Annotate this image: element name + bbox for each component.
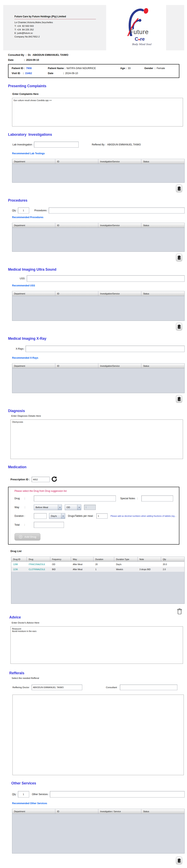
consultant-label: Consultant [106, 686, 117, 688]
lab-delete-button[interactable] [176, 185, 182, 192]
procedures-col-department[interactable]: Department [12, 223, 55, 227]
drug-col-drug[interactable]: Drug [27, 557, 50, 561]
referred-by-value: ABIODUN EMMANUEL TAIWO [107, 143, 141, 146]
section-title-xray: Medical Imaging X-Ray [8, 337, 187, 341]
prescription-id-input[interactable] [32, 477, 50, 482]
drug-col-way[interactable]: Way [71, 557, 94, 561]
visit-id-value: 15462 [25, 72, 32, 75]
complaints-textarea[interactable]: Ear culture result shows Candida spp ++ [12, 98, 183, 126]
procedures-delete-button[interactable] [176, 254, 182, 261]
add-drug-label: Add Drug [24, 535, 36, 538]
lab-col-id[interactable]: ID [55, 159, 98, 164]
patient-name-value: NATIFA GINA NOURRICE [67, 67, 96, 70]
diagnosis-textarea[interactable]: Otomycosis [10, 420, 183, 459]
other-services-delete-button[interactable] [176, 857, 182, 864]
visit-date-value: 2024-09-10 [65, 72, 78, 75]
uss-col-service[interactable]: Investigation/Service [98, 291, 141, 296]
procedures-input[interactable] [49, 208, 185, 214]
uss-input[interactable] [27, 275, 185, 282]
other-col-id[interactable]: ID [55, 809, 98, 814]
procedures-col-id[interactable]: ID [55, 223, 98, 227]
xray-col-id[interactable]: ID [55, 364, 98, 368]
lab-col-status[interactable]: Status [141, 159, 184, 164]
procedures-col-status[interactable]: Status [141, 223, 184, 227]
drug-table-row[interactable]: 1236 CLOTRIMAZOLE BID After Meal 1 Week/… [11, 567, 184, 572]
drug-table-empty-area [11, 572, 184, 603]
meal-timing-value: Before Meal [34, 506, 58, 508]
drug-col-note[interactable]: Note [138, 557, 161, 561]
section-title-refferals: Refferals [9, 671, 187, 675]
procedures-qty-input[interactable] [18, 208, 29, 214]
other-services-input[interactable] [50, 791, 185, 798]
xray-delete-button[interactable] [176, 395, 182, 403]
drug-name-cell: ITRACONAZOLE [27, 563, 50, 565]
section-title-ultrasound: Medical Imaging Ultra Sound [8, 268, 187, 272]
section-title-diagnosis: Diagnosis [8, 409, 187, 413]
uss-delete-button[interactable] [176, 323, 182, 331]
duration-input[interactable] [34, 513, 47, 519]
drug-col-id[interactable]: Drug ID [11, 557, 27, 561]
chevron-down-icon: ▼ [77, 505, 81, 510]
recommended-lab-testings-label: Recommended Lab Testings [12, 152, 187, 155]
xray-col-department[interactable]: Department [12, 364, 55, 368]
other-col-department[interactable]: Department [12, 809, 55, 814]
company-header: Future Care by Future Holdings (Pty) Lim… [3, 5, 184, 50]
refresh-prescription-button[interactable] [51, 476, 57, 483]
lab-investigation-label: Lab Investingation : [12, 143, 34, 146]
advice-textarea[interactable]: Reasuure Avoid moisture in the ears [10, 626, 183, 664]
xray-col-service[interactable]: Investigation/Service [98, 364, 141, 368]
company-address: Le Chainter,Victoria,Mahe,Seychelles [14, 21, 99, 24]
uss-col-id[interactable]: ID [55, 291, 98, 296]
procedures-table: Department ID Investigation/Service Stat… [12, 223, 185, 252]
drug-list-header: Drug ID Drug Fequency Way Duration Durat… [11, 557, 184, 562]
duration-unit-select[interactable]: Day/s ▼ [49, 513, 65, 519]
total-input[interactable] [34, 522, 64, 528]
refferals-sublabel: Select the needed Refferal [12, 677, 187, 679]
section-title-advice: Advice [9, 615, 187, 619]
drug-col-duration[interactable]: Duration [94, 557, 114, 561]
procedures-table-body [12, 228, 184, 252]
section-title-other-services: Other Services [11, 781, 187, 785]
drug-col-duration-type[interactable]: Duration Type [114, 557, 138, 561]
xray-input[interactable] [26, 346, 185, 352]
lab-table-body [12, 164, 184, 182]
logo-wordmark-future: Future [129, 28, 149, 36]
drug-col-qty[interactable]: Qty [161, 557, 184, 561]
recommended-other-services-label: Recommended Other Services [12, 802, 187, 805]
drug-input[interactable] [34, 495, 116, 501]
drug-col-frequency[interactable]: Fequency [50, 557, 71, 561]
consultant-input[interactable] [120, 685, 177, 690]
procedures-col-service[interactable]: Investigation/Service [98, 223, 141, 227]
uss-col-department[interactable]: Department [12, 291, 55, 296]
total-label: Total : [14, 523, 34, 526]
procedures-qty-label: Qty : [12, 209, 18, 212]
advice-delete-button[interactable] [177, 608, 182, 615]
uss-table-header: Department ID Investigation/Service Stat… [12, 291, 184, 296]
drug-table-row[interactable]: 1288 ITRACONAZOLE OD After Meal 20 Day/s… [11, 562, 184, 567]
add-drug-button[interactable]: Add Drug [14, 533, 40, 540]
other-services-label: Other Services : [32, 793, 50, 796]
other-services-qty-input[interactable] [18, 791, 29, 798]
per-meal-input[interactable] [96, 513, 108, 519]
reffering-doctor-input[interactable] [32, 685, 82, 690]
trash-icon [177, 396, 181, 402]
xray-col-status[interactable]: Status [141, 364, 184, 368]
other-col-status[interactable]: Status [141, 809, 184, 814]
special-notes-input[interactable] [141, 495, 173, 501]
lab-investigation-input[interactable] [34, 142, 79, 148]
medication-entry-panel: Please select the Drug from Drug suggess… [8, 487, 179, 545]
prescription-id-label: Prescription ID : [10, 478, 30, 481]
consult-date-value: 2024-09-10 [25, 59, 39, 61]
lab-col-service[interactable]: Investigation/Service [98, 159, 141, 164]
uss-col-status[interactable]: Status [141, 291, 184, 296]
meal-timing-select[interactable]: Before Meal ▼ [34, 504, 62, 510]
refferals-list-box[interactable] [12, 694, 184, 775]
diagnosis-sublabel: Enter Diagnosis Details Here [11, 415, 187, 417]
lab-col-department[interactable]: Department [12, 159, 55, 164]
age-value: 33 [128, 67, 130, 70]
other-col-service[interactable]: Investigation / Service [98, 809, 141, 814]
consultation-form-page: Future Care by Future Holdings (Pty) Lim… [0, 0, 187, 868]
frequency-select[interactable]: OD ▼ [65, 504, 81, 510]
logo-wordmark-care: C♥re [135, 36, 145, 42]
trash-outline-icon [177, 608, 182, 615]
